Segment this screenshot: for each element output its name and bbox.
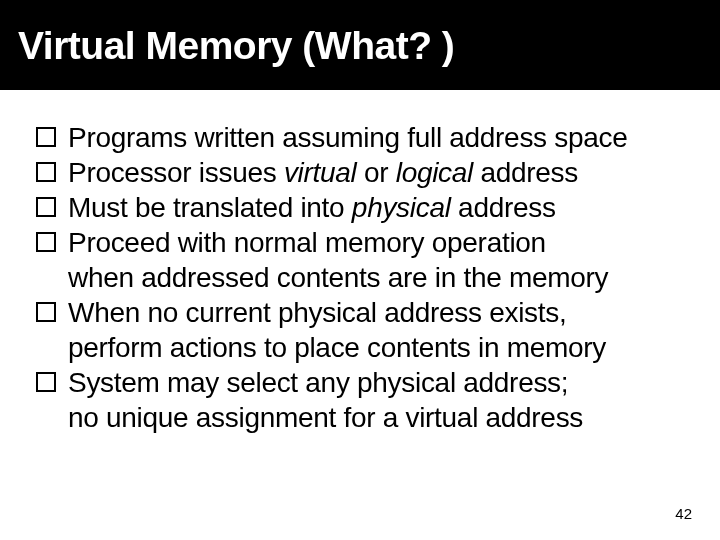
bullet-text: Must be translated into physical address xyxy=(68,190,684,225)
square-bullet-icon xyxy=(36,232,56,252)
list-item: Must be translated into physical address xyxy=(36,190,684,225)
title-bar: Virtual Memory (What? ) xyxy=(0,0,720,90)
square-bullet-icon xyxy=(36,162,56,182)
list-item: Processor issues virtual or logical addr… xyxy=(36,155,684,190)
bullet-text: System may select any physical address;n… xyxy=(68,365,684,435)
slide-content: Programs written assuming full address s… xyxy=(0,90,720,435)
page-number: 42 xyxy=(675,505,692,522)
bullet-text: Proceed with normal memory operationwhen… xyxy=(68,225,684,295)
list-item: System may select any physical address;n… xyxy=(36,365,684,435)
square-bullet-icon xyxy=(36,127,56,147)
list-item: Programs written assuming full address s… xyxy=(36,120,684,155)
square-bullet-icon xyxy=(36,302,56,322)
bullet-text: Programs written assuming full address s… xyxy=(68,120,684,155)
bullet-text: When no current physical address exists,… xyxy=(68,295,684,365)
bullet-list: Programs written assuming full address s… xyxy=(36,120,684,435)
list-item: Proceed with normal memory operationwhen… xyxy=(36,225,684,295)
square-bullet-icon xyxy=(36,372,56,392)
list-item: When no current physical address exists,… xyxy=(36,295,684,365)
square-bullet-icon xyxy=(36,197,56,217)
bullet-text: Processor issues virtual or logical addr… xyxy=(68,155,684,190)
slide-title: Virtual Memory (What? ) xyxy=(18,24,702,68)
